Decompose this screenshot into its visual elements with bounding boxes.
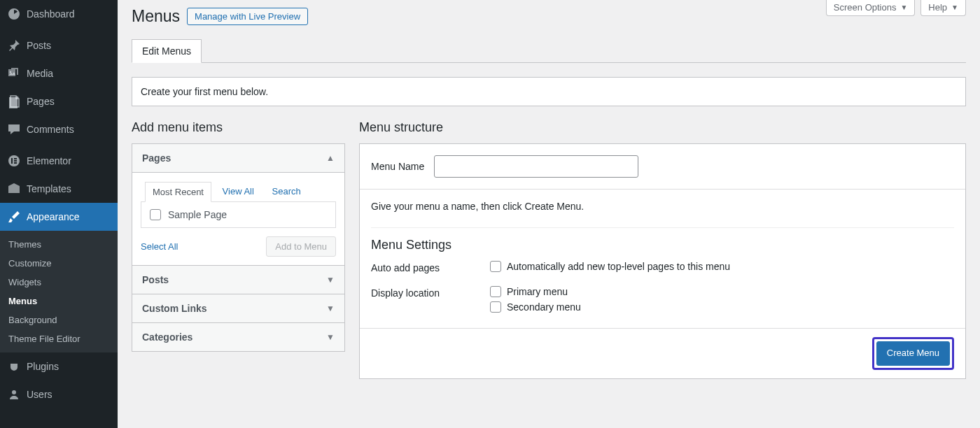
- sidebar-item-label: Plugins: [27, 361, 59, 372]
- chevron-up-icon: ▲: [326, 153, 335, 163]
- checkbox[interactable]: [490, 286, 501, 297]
- appearance-submenu: Themes Customize Widgets Menus Backgroun…: [0, 231, 118, 352]
- svg-point-0: [10, 71, 11, 73]
- caret-down-icon: ▼: [951, 3, 958, 11]
- sidebar-item-elementor[interactable]: Elementor: [0, 147, 118, 175]
- elementor-icon: [7, 154, 21, 168]
- option-label: Primary menu: [507, 286, 568, 297]
- screen-options-button[interactable]: Screen Options ▼: [826, 0, 916, 16]
- create-menu-button[interactable]: Create Menu: [876, 341, 950, 366]
- accordion-posts: Posts ▼: [132, 266, 345, 294]
- display-location-label: Display location: [371, 286, 490, 299]
- page-title: Menus: [132, 7, 180, 26]
- help-label: Help: [928, 2, 947, 13]
- sidebar-item-label: Comments: [27, 124, 74, 135]
- admin-sidebar: Dashboard Posts Media Pages Comments Ele…: [0, 0, 118, 428]
- sidebar-item-label: Media: [27, 68, 53, 79]
- sidebar-item-plugins[interactable]: Plugins: [0, 352, 118, 380]
- accordion-pages: Pages ▲ Most Recent View All Search S: [132, 143, 345, 266]
- nav-tabs: Edit Menus: [132, 38, 966, 63]
- submenu-item-customize[interactable]: Customize: [0, 254, 118, 273]
- add-menu-items-heading: Add menu items: [132, 120, 345, 135]
- sidebar-item-label: Appearance: [27, 211, 80, 222]
- svg-point-8: [12, 390, 16, 394]
- display-location-secondary[interactable]: Secondary menu: [490, 301, 954, 313]
- accordion-categories-header[interactable]: Categories ▼: [132, 323, 344, 351]
- sidebar-item-posts[interactable]: Posts: [0, 31, 118, 59]
- pages-icon: [7, 94, 21, 108]
- accordion-label: Pages: [142, 152, 171, 164]
- checkbox[interactable]: [150, 209, 161, 220]
- accordion-custom-links: Custom Links ▼: [132, 294, 345, 323]
- sidebar-item-comments[interactable]: Comments: [0, 115, 118, 143]
- svg-rect-2: [9, 97, 18, 108]
- dashboard-icon: [7, 7, 21, 21]
- checkbox[interactable]: [490, 301, 501, 313]
- plugin-icon: [7, 359, 21, 373]
- submenu-item-menus[interactable]: Menus: [0, 292, 118, 311]
- brush-icon: [7, 210, 21, 224]
- sidebar-item-users[interactable]: Users: [0, 380, 118, 408]
- accordion-posts-header[interactable]: Posts ▼: [132, 266, 344, 294]
- add-to-menu-button[interactable]: Add to Menu: [266, 236, 336, 257]
- inner-tab-most-recent[interactable]: Most Recent: [145, 182, 211, 202]
- sidebar-item-label: Pages: [27, 96, 55, 107]
- pin-icon: [7, 38, 21, 52]
- option-label: Automatically add new top-level pages to…: [507, 261, 730, 272]
- sidebar-item-label: Users: [27, 389, 52, 400]
- accordion-categories: Categories ▼: [132, 323, 345, 352]
- screen-options-label: Screen Options: [834, 2, 897, 13]
- accordion-custom-links-header[interactable]: Custom Links ▼: [132, 294, 344, 322]
- sidebar-item-media[interactable]: Media: [0, 59, 118, 87]
- create-menu-highlight: Create Menu: [872, 337, 954, 370]
- templates-icon: [7, 182, 21, 196]
- comment-icon: [7, 122, 21, 136]
- sidebar-item-appearance[interactable]: Appearance: [0, 203, 118, 231]
- display-location-primary[interactable]: Primary menu: [490, 286, 954, 297]
- sidebar-item-pages[interactable]: Pages: [0, 87, 118, 115]
- option-label: Secondary menu: [507, 301, 581, 313]
- select-all-link[interactable]: Select All: [141, 241, 178, 252]
- menu-hint-text: Give your menu a name, then click Create…: [371, 201, 954, 212]
- accordion-label: Categories: [142, 331, 192, 343]
- submenu-item-themes[interactable]: Themes: [0, 235, 118, 254]
- users-icon: [7, 387, 21, 401]
- menu-structure-panel: Menu Name Give your menu a name, then cl…: [359, 143, 966, 379]
- main-content: Screen Options ▼ Help ▼ Menus Manage wit…: [118, 0, 980, 428]
- accordion-label: Posts: [142, 274, 169, 285]
- menu-name-input[interactable]: [434, 155, 638, 178]
- sidebar-item-label: Templates: [27, 183, 71, 194]
- chevron-down-icon: ▼: [326, 304, 335, 313]
- sidebar-item-label: Posts: [27, 40, 51, 51]
- caret-down-icon: ▼: [900, 3, 907, 11]
- chevron-down-icon: ▼: [326, 275, 335, 285]
- inner-tab-view-all[interactable]: View All: [216, 182, 261, 201]
- accordion-pages-header[interactable]: Pages ▲: [132, 144, 344, 172]
- svg-rect-5: [14, 158, 17, 159]
- svg-rect-7: [14, 162, 17, 164]
- sidebar-item-dashboard[interactable]: Dashboard: [0, 0, 118, 28]
- page-item-sample-page[interactable]: Sample Page: [150, 209, 327, 220]
- menu-settings-heading: Menu Settings: [371, 238, 954, 252]
- svg-rect-4: [11, 158, 13, 164]
- manage-live-preview-button[interactable]: Manage with Live Preview: [187, 8, 308, 25]
- media-icon: [7, 66, 21, 80]
- help-button[interactable]: Help ▼: [920, 0, 966, 16]
- sidebar-item-templates[interactable]: Templates: [0, 175, 118, 203]
- submenu-item-widgets[interactable]: Widgets: [0, 273, 118, 292]
- auto-add-pages-label: Auto add pages: [371, 261, 490, 273]
- submenu-item-theme-file-editor[interactable]: Theme File Editor: [0, 329, 118, 348]
- sidebar-item-label: Dashboard: [27, 8, 75, 20]
- menu-structure-heading: Menu structure: [359, 120, 966, 135]
- submenu-item-background[interactable]: Background: [0, 311, 118, 329]
- checkbox[interactable]: [490, 261, 501, 272]
- chevron-down-icon: ▼: [326, 332, 335, 342]
- auto-add-top-level-option[interactable]: Automatically add new top-level pages to…: [490, 261, 954, 272]
- menu-name-label: Menu Name: [371, 161, 424, 172]
- svg-rect-6: [14, 160, 17, 162]
- tab-edit-menus[interactable]: Edit Menus: [132, 39, 202, 63]
- inner-tab-search[interactable]: Search: [265, 182, 308, 201]
- info-notice: Create your first menu below.: [132, 77, 966, 106]
- sidebar-item-label: Elementor: [27, 155, 71, 166]
- page-item-label: Sample Page: [168, 209, 227, 220]
